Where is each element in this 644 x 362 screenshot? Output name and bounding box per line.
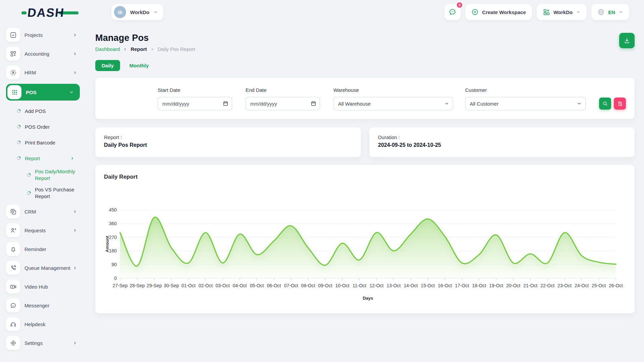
chevron-right-icon [150, 47, 154, 51]
svg-text:19-Oct: 19-Oct [489, 283, 503, 288]
gear-icon [6, 336, 20, 350]
warehouse-select[interactable]: All Warehouse [333, 97, 453, 110]
messages-button[interactable]: 0 [444, 4, 461, 20]
create-workspace-label: Create Workspace [482, 9, 526, 15]
chevron-right-icon [73, 33, 77, 37]
report-summary-card: Report : Daily Pos Report [95, 127, 361, 157]
sidebar-item-accounting[interactable]: Accounting [6, 46, 80, 61]
pos-submenu: Add POS POS Order Print Barcode Report P… [17, 105, 80, 200]
phone-waves-icon [6, 261, 20, 275]
breadcrumb-report: Report [130, 46, 147, 52]
sidebar-item-label: Settings [24, 340, 43, 346]
report-period-tabs: Daily Monthly [95, 60, 635, 71]
chevron-right-icon [73, 52, 77, 56]
chevron-down-icon [576, 10, 581, 14]
submenu-item-print-barcode[interactable]: Print Barcode [17, 137, 80, 148]
end-date-input[interactable] [246, 97, 320, 110]
sidebar-item-label: Requests [24, 228, 46, 233]
sidebar-item-crm[interactable]: CRM [6, 204, 80, 219]
accounting-grid-plus-icon [6, 47, 20, 61]
svg-text:06-Oct: 06-Oct [267, 283, 281, 288]
sidebar-item-reminder[interactable]: Reminder [6, 242, 80, 256]
sidebar-item-settings[interactable]: Settings [6, 336, 80, 350]
video-camera-icon [6, 280, 20, 294]
start-date-input[interactable] [158, 97, 232, 110]
reset-filter-button[interactable] [614, 98, 626, 110]
customer-label: Customer [465, 87, 586, 93]
sidebar-item-projects[interactable]: Projects [6, 27, 80, 42]
svg-text:30-Sep: 30-Sep [164, 283, 179, 288]
daily-report-chart[interactable]: 45036027018090027-Sep28-Sep29-Sep30-Sep0… [104, 188, 626, 302]
file-slash-icon [617, 101, 623, 107]
svg-text:01-Oct: 01-Oct [181, 283, 196, 288]
bullet-icon [17, 140, 21, 144]
sidebar-item-requests[interactable]: Requests [6, 223, 80, 238]
dash-logo: DASH [21, 6, 78, 20]
breadcrumb-dashboard-link[interactable]: Dashboard [95, 46, 120, 52]
language-selector[interactable]: EN [591, 4, 629, 20]
download-report-button[interactable] [619, 33, 635, 48]
sidebar-item-queue-management[interactable]: Queue Management [6, 260, 80, 275]
report-value: Daily Pos Report [104, 142, 352, 148]
crm-copy-icon [6, 204, 20, 219]
svg-text:08-Oct: 08-Oct [301, 283, 315, 288]
sidebar-item-helpdesk[interactable]: Helpdesk [6, 317, 80, 331]
svg-text:09-Oct: 09-Oct [318, 283, 332, 288]
svg-text:03-Oct: 03-Oct [216, 283, 230, 288]
svg-text:13-Oct: 13-Oct [386, 283, 400, 288]
svg-text:16-Oct: 16-Oct [438, 283, 452, 288]
sidebar-item-pos[interactable]: POS [6, 84, 80, 101]
chevron-right-icon [73, 209, 77, 214]
svg-text:05-Oct: 05-Oct [250, 283, 264, 288]
svg-text:07-Oct: 07-Oct [284, 283, 298, 288]
submenu-item-pos-order[interactable]: POS Order [17, 121, 80, 132]
sidebar-item-label: Helpdesk [24, 321, 46, 327]
top-header: DASH WorkDo 0 Create Workspace [0, 0, 644, 24]
submenu-item-pos-vs-purchase-report[interactable]: Pos VS Purchase Report [27, 186, 80, 200]
chevron-right-icon [73, 341, 77, 345]
report-submenu: Pos Daily/Monthly Report Pos VS Purchase… [27, 168, 80, 200]
svg-text:04-Oct: 04-Oct [233, 283, 247, 288]
download-icon [624, 37, 630, 44]
sidebar-item-label: CRM [24, 209, 36, 215]
chevron-down-icon [153, 10, 158, 14]
svg-text:11-Oct: 11-Oct [353, 283, 366, 288]
create-workspace-button[interactable]: Create Workspace [465, 4, 532, 20]
submenu-item-pos-daily-monthly-report[interactable]: Pos Daily/Monthly Report [27, 168, 80, 182]
search-icon [602, 101, 608, 107]
page-title: Manage Pos [95, 33, 195, 43]
duration-value: 2024-09-25 to 2024-10-25 [378, 142, 626, 148]
building-icon [117, 9, 123, 15]
chat-bubble-icon [6, 298, 20, 312]
apply-filter-button[interactable] [599, 98, 611, 110]
tab-monthly[interactable]: Monthly [129, 63, 149, 68]
svg-text:10-Oct: 10-Oct [335, 283, 350, 288]
bullet-icon [17, 156, 21, 160]
sidebar-item-video-hub[interactable]: Video Hub [6, 279, 80, 294]
sidebar-item-messenger[interactable]: Messenger [6, 298, 80, 313]
submenu-item-add-pos[interactable]: Add POS [17, 105, 80, 117]
workspace-switcher[interactable]: WorkDo [111, 4, 163, 20]
svg-text:25-Oct: 25-Oct [592, 283, 606, 288]
chevron-right-icon [73, 266, 77, 270]
projects-check-square-icon [6, 28, 20, 42]
svg-text:14-Oct: 14-Oct [404, 283, 418, 288]
sidebar-item-hrm[interactable]: HRM [6, 65, 80, 80]
tab-daily[interactable]: Daily [95, 60, 120, 71]
customer-select[interactable]: All Customer [465, 97, 586, 110]
hrm-person-focus-icon [6, 65, 20, 79]
chart-title: Daily Report [104, 174, 626, 180]
sidebar-item-label: Accounting [24, 51, 49, 57]
headphones-icon [6, 317, 20, 331]
svg-text:270: 270 [109, 235, 117, 240]
report-label: Report : [104, 134, 352, 140]
workspace-dropdown[interactable]: WorkDo [537, 4, 587, 20]
chevron-right-icon [123, 47, 127, 51]
sidebar-item-label: POS [26, 89, 37, 95]
chevron-down-icon [619, 10, 623, 14]
logo-accent-dash [21, 11, 26, 14]
workspace-dropdown-label: WorkDo [553, 9, 573, 15]
person-plus-icon [6, 223, 20, 237]
svg-text:17-Oct: 17-Oct [455, 283, 469, 288]
submenu-item-report[interactable]: Report [17, 153, 80, 164]
